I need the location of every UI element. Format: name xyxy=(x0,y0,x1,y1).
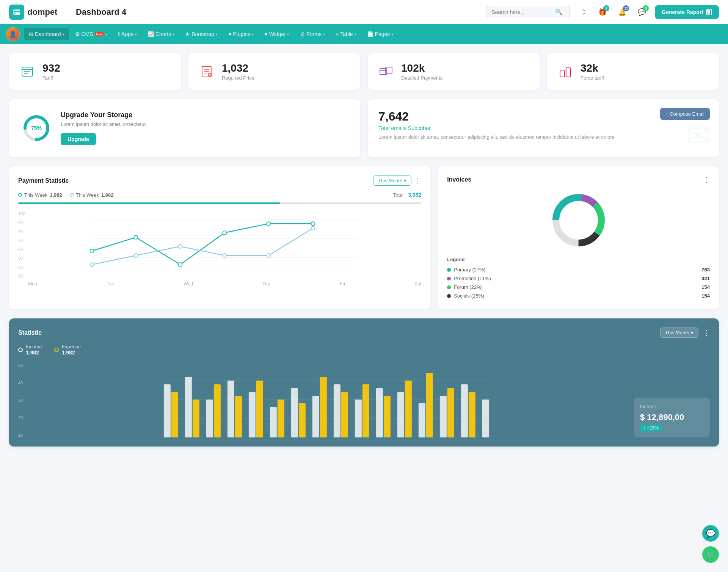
nav-item-pages[interactable]: 📄 Pages ▾ xyxy=(362,28,398,40)
nav-item-bootstrap[interactable]: ★ Bootstrap ▾ xyxy=(180,28,222,40)
chevron-down-icon: ▾ xyxy=(63,32,64,36)
svg-point-33 xyxy=(267,222,271,226)
chevron-down-icon-forms: ▾ xyxy=(323,32,325,36)
legend-socials-value: 154 xyxy=(701,293,710,299)
search-bar[interactable]: 🔍 xyxy=(486,6,570,18)
legend-socials: Socials (15%) 154 xyxy=(447,291,710,300)
svg-rect-72 xyxy=(397,392,404,437)
payment-chart-filter: This Month ▾ ⋮ xyxy=(373,176,421,186)
required-price-icon xyxy=(198,63,216,81)
legend-label-1: This Week xyxy=(24,192,47,198)
nav-item-dashboard[interactable]: ⊞ Dashboard ▾ xyxy=(24,28,69,40)
navbar: 👤 ⊞ Dashboard ▾ ⚙ CMS New ▾ ℹ Apps ▾ 📈 C… xyxy=(0,24,728,44)
gift-button[interactable]: 🎁 2 xyxy=(596,5,609,19)
chevron-down-icon-apps: ▾ xyxy=(135,32,137,36)
logo: dompet xyxy=(9,5,70,20)
this-month-filter-button[interactable]: This Month ▾ xyxy=(373,176,411,186)
svg-rect-64 xyxy=(312,396,319,437)
y-label-80: 80 xyxy=(18,229,25,234)
logo-name: dompet xyxy=(27,7,57,17)
y-label-40: 40 xyxy=(18,265,25,270)
nav-item-apps[interactable]: ℹ Apps ▾ xyxy=(113,28,141,40)
chevron-down-icon-widget: ▾ xyxy=(287,32,289,36)
legend-promotion-left: Promotion (11%) xyxy=(447,276,491,281)
svg-rect-59 xyxy=(256,381,263,437)
legend-value-1: 1.982 xyxy=(50,192,62,198)
invoices-more-options-button[interactable]: ⋮ xyxy=(703,176,710,184)
stat-card-payments: 102k Detalled Payments xyxy=(368,53,540,90)
upgrade-button[interactable]: Upgrade xyxy=(61,133,96,145)
force-tariff-number: 32k xyxy=(581,62,604,74)
svg-rect-0 xyxy=(13,9,20,15)
svg-rect-52 xyxy=(185,377,192,437)
svg-rect-75 xyxy=(426,373,433,437)
charts-row: Payment Statistic This Month ▾ ⋮ This We… xyxy=(9,166,719,309)
x-label-sat: Sat xyxy=(414,281,421,287)
svg-point-31 xyxy=(179,263,182,266)
svg-rect-70 xyxy=(376,388,383,437)
x-label-fri: Fri xyxy=(340,281,345,287)
legend-dot-1 xyxy=(18,193,22,197)
email-description: Lorem ipsum dolor sit amet, consectetur … xyxy=(378,134,708,140)
stat-y-30: 30 xyxy=(18,398,23,403)
forms-icon: 🖨 xyxy=(300,31,305,37)
storage-card: 75% Upgrade Your Storage Lorem ipsum dol… xyxy=(9,99,360,157)
payments-label: Detalled Payments xyxy=(401,75,442,81)
storage-donut: 75% xyxy=(21,113,52,143)
expense-legend-item: Expense 1.982 xyxy=(54,344,81,356)
legend-forum-color xyxy=(447,285,451,289)
stat-y-50: 50 xyxy=(18,363,23,368)
y-label-100: 100 xyxy=(18,212,25,216)
svg-rect-57 xyxy=(235,396,242,437)
svg-rect-71 xyxy=(384,396,391,437)
stat-y-10: 10 xyxy=(18,433,23,437)
legend-socials-color xyxy=(447,294,451,298)
nav-item-plugins[interactable]: ♥ Plugins ▾ xyxy=(224,28,258,40)
stat-card-force-tariff: 32k Force tariff xyxy=(547,53,719,90)
svg-rect-78 xyxy=(461,384,468,437)
generate-report-button[interactable]: Generate Report 📊 xyxy=(655,5,719,19)
x-label-thu: Thu xyxy=(262,281,270,287)
expense-circle xyxy=(54,348,59,352)
line-chart-area: Mon Tue Wed Thu Fri Sat xyxy=(28,210,421,287)
total-value: 3,982 xyxy=(408,192,421,198)
invoices-donut-svg xyxy=(548,190,609,251)
theme-toggle-button[interactable]: ☽ xyxy=(576,5,590,19)
storage-info: Upgrade Your Storage Lorem ipsum dolor s… xyxy=(61,111,147,145)
nav-item-cms[interactable]: ⚙ CMS New ▾ xyxy=(71,28,112,40)
nav-item-charts[interactable]: 📈 Charts ▾ xyxy=(143,28,179,40)
svg-rect-79 xyxy=(469,392,475,437)
storage-description: Lorem ipsum dolor sit amet, onsectetur. xyxy=(61,121,147,127)
notification-button[interactable]: 🔔 12 xyxy=(615,5,629,19)
search-input[interactable] xyxy=(491,9,552,15)
svg-rect-18 xyxy=(566,68,571,77)
income-legend-item: Income 1.982 xyxy=(18,344,42,356)
svg-rect-14 xyxy=(380,69,387,75)
legend-promotion-label: Promotion (11%) xyxy=(454,276,491,281)
statistic-controls: This Month ▾ ⋮ xyxy=(660,328,710,338)
nav-label-dashboard: Dashboard xyxy=(35,31,61,37)
message-button[interactable]: 💬 5 xyxy=(635,5,649,19)
bar-chart-with-axis: 50 40 30 20 10 xyxy=(18,362,625,437)
nav-item-forms[interactable]: 🖨 Forms ▾ xyxy=(295,28,329,40)
svg-rect-61 xyxy=(278,400,284,437)
line-chart-svg xyxy=(28,210,421,278)
required-price-number: 1,032 xyxy=(222,62,254,74)
logo-icon xyxy=(9,5,24,20)
y-label-60: 60 xyxy=(18,247,25,252)
expense-label: Expense xyxy=(62,344,81,349)
statistic-month-filter[interactable]: This Month ▾ xyxy=(660,328,698,338)
payment-more-options-button[interactable]: ⋮ xyxy=(414,177,421,185)
legend-dot-2 xyxy=(70,193,74,197)
email-subtitle: Total emails Subcriber. xyxy=(378,125,708,131)
nav-item-table[interactable]: ≡ Table ▾ xyxy=(331,28,361,40)
statistic-title: Statistic xyxy=(18,329,42,336)
stat-info-payments: 102k Detalled Payments xyxy=(401,62,442,81)
email-envelope-icon: ✉ xyxy=(686,118,711,154)
nav-item-widget[interactable]: ♥ Widget ▾ xyxy=(260,28,293,40)
search-icon: 🔍 xyxy=(555,8,563,16)
statistic-more-options-button[interactable]: ⋮ xyxy=(703,329,710,337)
svg-rect-55 xyxy=(214,384,221,437)
svg-rect-73 xyxy=(405,381,412,437)
svg-point-40 xyxy=(311,226,315,230)
